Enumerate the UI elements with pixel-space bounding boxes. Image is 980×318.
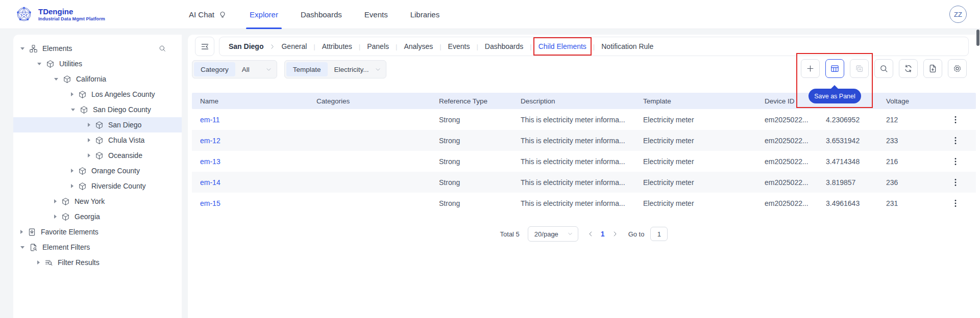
plus-icon [805, 64, 815, 73]
tab-separator: | [476, 43, 478, 50]
breadcrumb-row: San Diego General|Attributes|Panels|Anal… [195, 37, 969, 56]
kebab-icon[interactable] [950, 156, 961, 167]
tree-item-chula-vista[interactable]: Chula Vista [13, 132, 182, 148]
kebab-icon[interactable] [950, 115, 961, 125]
table-row-em-15: em-15StrongThis is electricity meter inf… [192, 193, 976, 214]
export-button[interactable] [923, 59, 942, 78]
caret-down-icon[interactable] [54, 78, 58, 81]
nav-item-libraries[interactable]: Libraries [410, 0, 440, 29]
search-icon[interactable] [158, 44, 166, 52]
collapse-sidebar-button[interactable] [195, 37, 214, 56]
cell-template: Electricity meter [635, 130, 756, 151]
collapse-icon [200, 42, 210, 51]
tab-notification-rule[interactable]: Notification Rule [601, 42, 653, 50]
table-toolbar [801, 59, 967, 78]
search-button[interactable] [874, 59, 893, 78]
tree-item-new-york[interactable]: New York [13, 194, 182, 209]
caret-right-icon[interactable] [71, 184, 74, 188]
caret-right-icon[interactable] [88, 138, 90, 142]
caret-right-icon[interactable] [71, 92, 74, 96]
nav-item-events[interactable]: Events [364, 0, 388, 29]
tab-dashboards[interactable]: Dashboards [485, 42, 524, 50]
tab-general[interactable]: General [281, 42, 307, 50]
caret-down-icon[interactable] [20, 246, 24, 249]
filter-category[interactable]: CategoryAll [192, 60, 277, 78]
chevron-down-icon [265, 66, 273, 73]
tree-item-favorite-elements[interactable]: Favorite Elements [13, 224, 182, 240]
goto-page-input[interactable] [650, 227, 668, 241]
tree-item-los-angeles-county[interactable]: Los Angeles County [13, 87, 182, 102]
cell-actions [935, 109, 976, 130]
page-size-select[interactable]: 20/page [528, 226, 578, 242]
tab-separator: | [313, 43, 315, 50]
kebab-icon[interactable] [950, 177, 961, 188]
cube-icon [61, 197, 70, 206]
breadcrumb-root[interactable]: San Diego [229, 42, 263, 50]
tree-item-california[interactable]: California [13, 71, 182, 87]
tree-item-riverside-county[interactable]: Riverside County [13, 178, 182, 194]
caret-right-icon[interactable] [88, 123, 90, 127]
tree-item-orange-county[interactable]: Orange County [13, 163, 182, 178]
cell-reference-type: Strong [431, 172, 512, 193]
tree-item-elements[interactable]: Elements [13, 41, 182, 56]
cell-name[interactable]: em-12 [192, 130, 308, 151]
cell-description: This is electricity meter informa... [512, 193, 635, 214]
avatar-initials: ZZ [954, 11, 962, 18]
next-page-button[interactable] [611, 230, 619, 238]
tree-item-oceanside[interactable]: Oceanside [13, 148, 182, 163]
tree-item-san-diego-county[interactable]: San Diego County [13, 102, 182, 117]
brand-name: TDengine [38, 7, 105, 16]
caret-right-icon[interactable] [54, 199, 57, 203]
table-icon [830, 64, 840, 73]
add-button[interactable] [801, 59, 820, 78]
caret-down-icon[interactable] [20, 47, 24, 50]
tree-item-label: Oceanside [108, 151, 142, 160]
caret-down-icon[interactable] [71, 109, 75, 111]
current-page[interactable]: 1 [601, 230, 605, 238]
tree-item-filter-results[interactable]: Filter Results [13, 255, 182, 270]
caret-down-icon[interactable] [37, 63, 41, 65]
kebab-icon[interactable] [950, 198, 961, 208]
user-avatar[interactable]: ZZ [949, 6, 967, 23]
refresh-button[interactable] [899, 59, 918, 78]
cell-name[interactable]: em-11 [192, 109, 308, 130]
tab-analyses[interactable]: Analyses [404, 42, 433, 50]
nav-item-dashboards[interactable]: Dashboards [301, 0, 342, 29]
cell-name[interactable]: em-15 [192, 193, 308, 214]
tab-child-elements[interactable]: Child Elements [538, 42, 586, 50]
tab-attributes[interactable]: Attributes [322, 42, 352, 50]
cube-icon [95, 136, 104, 145]
tree-item-utilities[interactable]: Utilities [13, 56, 182, 71]
caret-right-icon[interactable] [88, 153, 90, 157]
caret-right-icon[interactable] [37, 260, 40, 264]
tree-item-san-diego[interactable]: San Diego [13, 117, 182, 132]
tree-item-label: Element Filters [42, 243, 90, 251]
nav-item-explorer[interactable]: Explorer [250, 0, 278, 29]
cell-metric: 3.4961643 [818, 193, 878, 214]
caret-right-icon[interactable] [71, 169, 74, 173]
filter-template[interactable]: TemplateElectricity... [284, 60, 386, 78]
tree-item-georgia[interactable]: Georgia [13, 209, 182, 224]
top-bar: TDengine Industrial Data Mgmt Platform A… [0, 0, 980, 29]
save-as-panel-button[interactable] [825, 59, 844, 78]
settings-button[interactable] [948, 59, 967, 78]
cell-device-id: em2025022... [756, 151, 818, 172]
scrollbar-thumb[interactable] [976, 30, 979, 46]
cell-name[interactable]: em-13 [192, 151, 308, 172]
cell-name[interactable]: em-14 [192, 172, 308, 193]
tree-item-element-filters[interactable]: Element Filters [13, 240, 182, 255]
cell-metric: 3.4714348 [818, 151, 878, 172]
tab-label: Child Elements [538, 42, 586, 50]
previous-page-button[interactable] [586, 230, 595, 238]
caret-right-icon[interactable] [20, 230, 23, 234]
tab-events[interactable]: Events [448, 42, 470, 50]
caret-right-icon[interactable] [54, 215, 57, 219]
column-header-categories: Categories [308, 93, 431, 109]
kebab-icon[interactable] [950, 136, 961, 146]
tab-panels[interactable]: Panels [367, 42, 389, 50]
nav-item-ai-chat[interactable]: AI Chat [189, 0, 227, 29]
sidebar: ElementsUtilitiesCaliforniaLos Angeles C… [13, 35, 182, 318]
tree-item-label: Utilities [59, 60, 82, 68]
goto-label: Go to [628, 230, 645, 238]
copy-button[interactable] [850, 59, 869, 78]
